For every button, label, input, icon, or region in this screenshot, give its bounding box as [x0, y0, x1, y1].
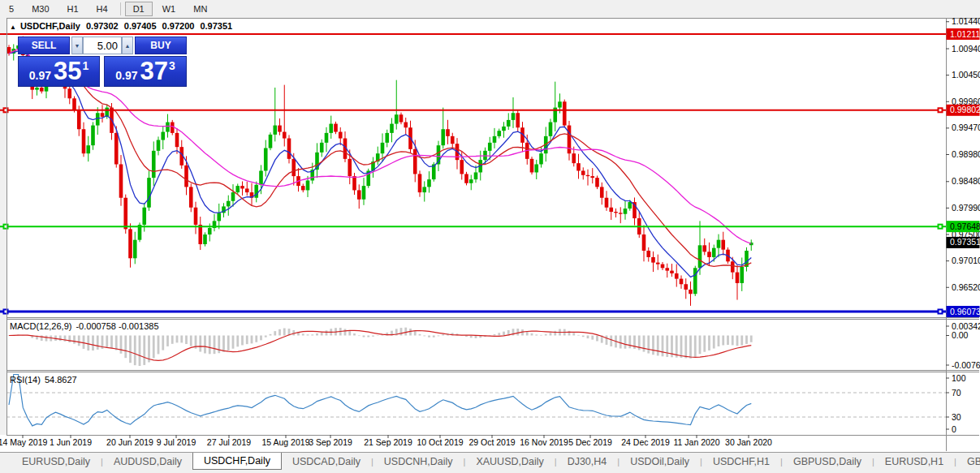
svg-text:0.97990: 0.97990	[952, 203, 980, 213]
svg-text:0.99470: 0.99470	[952, 123, 980, 132]
svg-text:1 Jun 2019: 1 Jun 2019	[50, 437, 92, 447]
one-click-trading-panel: SELL ▼ ▲ BUY 0.97 35 1 0.97 37 3	[18, 37, 187, 87]
sell-price-sup: 1	[82, 59, 89, 72]
chart-tab-audusd-daily[interactable]: AUDUSD,Daily	[103, 453, 192, 470]
timeframe-toolbar: 5M30H1H4D1W1MN	[0, 0, 980, 18]
svg-text:29 Oct 2019: 29 Oct 2019	[468, 437, 515, 447]
sell-price-prefix: 0.97	[29, 69, 51, 82]
buy-price-tile[interactable]: 0.97 37 3	[104, 56, 187, 87]
ohlc-high: 0.97405	[124, 21, 157, 31]
svg-text:3 Sep 2019: 3 Sep 2019	[309, 437, 352, 447]
ohlc-open: 0.97302	[86, 21, 119, 31]
buy-price-big: 37	[140, 58, 167, 85]
svg-text:20 Jun 2019: 20 Jun 2019	[106, 437, 153, 447]
volume-increase-button[interactable]: ▲	[122, 37, 133, 54]
chart-title: ▲USDCHF,Daily 0.97302 0.97405 0.97200 0.…	[10, 21, 235, 31]
svg-text:70: 70	[952, 388, 961, 398]
chart-tab-xauusd-daily[interactable]: XAUUSD,Daily	[465, 453, 554, 470]
date-axis: 14 May 20191 Jun 201920 Jun 20199 Jul 20…	[0, 435, 772, 447]
svg-text:27 Jul 2019: 27 Jul 2019	[207, 437, 251, 447]
volume-decrease-button[interactable]: ▼	[71, 37, 83, 54]
rsi-label: RSI(14)54.8627	[10, 375, 81, 385]
sell-price-tile[interactable]: 0.97 35 1	[18, 56, 100, 87]
svg-text:30: 30	[952, 412, 961, 422]
svg-text:0.003428: 0.003428	[952, 321, 980, 331]
chart-symbol-label: USDCHF,Daily	[20, 21, 80, 31]
svg-text:11 Jan 2020: 11 Jan 2020	[673, 437, 719, 447]
svg-text:0.98980: 0.98980	[952, 149, 980, 159]
ohlc-low: 0.97200	[162, 21, 195, 31]
buy-price-prefix: 0.97	[115, 69, 137, 82]
timeframe-button-W1[interactable]: W1	[154, 2, 184, 16]
svg-text:9 Jul 2019: 9 Jul 2019	[157, 437, 196, 447]
timeframe-button-M30[interactable]: M30	[24, 2, 57, 16]
svg-text:24 Dec 2019: 24 Dec 2019	[621, 437, 670, 447]
svg-text:30 Jan 2020: 30 Jan 2020	[725, 437, 772, 447]
timeframe-button-MN[interactable]: MN	[185, 2, 215, 16]
svg-text:14 May 2019: 14 May 2019	[0, 437, 48, 447]
svg-text:0.98480: 0.98480	[952, 176, 980, 186]
buy-price-sup: 3	[169, 59, 175, 72]
svg-text:0.97010: 0.97010	[952, 256, 980, 265]
chart-tab-gbpaud-h1[interactable]: GBPAUD,H1	[956, 453, 980, 470]
timeframe-button-D1[interactable]: D1	[125, 2, 153, 16]
chart-tab-usdchf-daily[interactable]: USDCHF,Daily	[192, 453, 282, 470]
svg-text:0: 0	[952, 424, 956, 434]
svg-text:15 Aug 2019: 15 Aug 2019	[262, 437, 310, 447]
sell-price-big: 35	[54, 58, 81, 85]
trading-terminal-window: 5M30H1H4D1W1MN 1.014401.009401.004500.99…	[0, 0, 980, 473]
svg-text:0.00: 0.00	[952, 330, 969, 340]
svg-text:1.00940: 1.00940	[952, 44, 980, 54]
timeframe-button-H1[interactable]: H1	[59, 2, 87, 16]
ohlc-close: 0.97351	[200, 21, 232, 31]
chart-tab-usdcad-daily[interactable]: USDCAD,Daily	[282, 453, 371, 470]
chart-tab-usdoil-daily[interactable]: USDOil,Daily	[620, 453, 700, 470]
svg-text:16 Nov 2019: 16 Nov 2019	[520, 437, 568, 447]
svg-text:0.96073: 0.96073	[950, 307, 980, 316]
svg-text:1.01440: 1.01440	[952, 16, 980, 26]
chart-tab-usdchf-h1[interactable]: USDCHF,H1	[702, 453, 780, 470]
collapse-icon[interactable]: ▲	[10, 24, 16, 31]
volume-input[interactable]	[83, 37, 122, 54]
macd-label: MACD(12,26,9)-0.000758 -0.001385	[10, 321, 163, 331]
buy-button[interactable]: BUY	[135, 37, 187, 54]
svg-text:0.99802: 0.99802	[950, 105, 980, 114]
svg-text:5 Dec 2019: 5 Dec 2019	[568, 437, 612, 447]
svg-text:-0.00761: -0.00761	[952, 360, 980, 370]
svg-text:1.01211: 1.01211	[950, 29, 980, 39]
chart-tab-dj30-h4[interactable]: DJ30,H4	[557, 453, 618, 470]
svg-text:0.96520: 0.96520	[952, 282, 980, 292]
svg-text:100: 100	[952, 373, 966, 383]
svg-text:1.00450: 1.00450	[952, 70, 980, 80]
svg-text:0.97648: 0.97648	[950, 221, 980, 231]
chart-tab-usdcnh-daily[interactable]: USDCNH,Daily	[373, 453, 464, 470]
sell-button[interactable]: SELL	[18, 37, 70, 54]
svg-text:0.97351: 0.97351	[950, 237, 980, 247]
timeframe-button-5[interactable]: 5	[1, 2, 22, 16]
timeframe-button-H4[interactable]: H4	[89, 2, 116, 16]
chart-tab-eurusd-daily[interactable]: EURUSD,Daily	[11, 453, 101, 470]
svg-text:10 Oct 2019: 10 Oct 2019	[417, 437, 463, 447]
chart-tabbar: EURUSD,Daily|AUDUSD,DailyUSDCHF,DailyUSD…	[0, 452, 980, 470]
chart-tab-eurusd-h1[interactable]: EURUSD,H1	[874, 453, 954, 470]
svg-text:21 Sep 2019: 21 Sep 2019	[364, 437, 412, 447]
toolbar-separator	[120, 2, 121, 15]
chart-tab-gbpusd-daily[interactable]: GBPUSD,Daily	[783, 453, 872, 470]
